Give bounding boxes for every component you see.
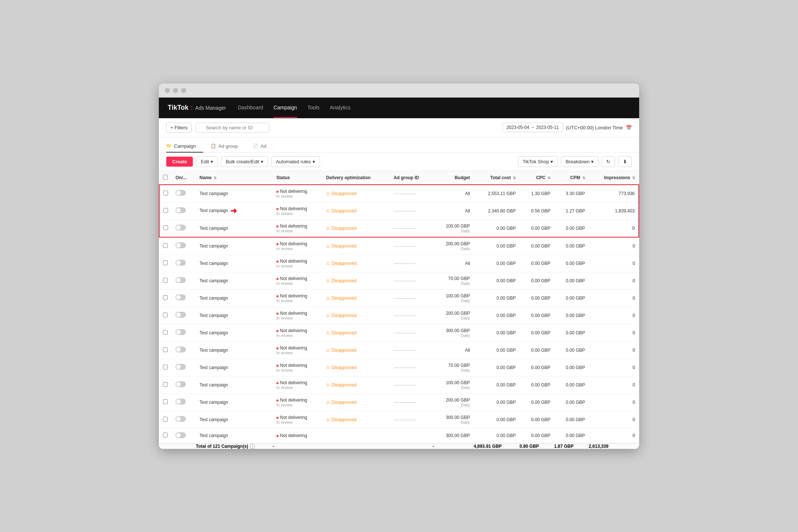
row-delivery: ⚠Disapproved (322, 272, 390, 289)
row-checkbox[interactable] (163, 295, 168, 300)
header-on-off: On/... (172, 171, 196, 185)
row-checkbox[interactable] (163, 399, 168, 404)
row-checkbox[interactable] (163, 347, 168, 352)
row-name: Test campaign (196, 185, 273, 202)
row-toggle[interactable] (175, 312, 186, 318)
row-toggle[interactable] (175, 277, 186, 283)
row-checkbox-cell (159, 428, 172, 443)
row-checkbox[interactable] (163, 260, 168, 265)
bulk-create-button[interactable]: Bulk create/Edit ▾ (221, 156, 268, 167)
row-toggle[interactable] (175, 347, 186, 352)
status-sub-text: In review (276, 281, 319, 286)
calendar-icon[interactable]: 📅 (626, 125, 632, 130)
create-button[interactable]: Create (166, 157, 193, 167)
nav-dashboard[interactable]: Dashboard (238, 98, 263, 118)
row-checkbox[interactable] (163, 433, 168, 437)
header-total-cost[interactable]: Total cost ⇅ (474, 171, 519, 185)
adgroup-icon: 📋 (211, 143, 216, 149)
row-checkbox-cell (159, 219, 172, 237)
row-budget: 300.00 GBPDaily (433, 411, 474, 428)
status-sub-text: In review (276, 385, 319, 390)
row-checkbox[interactable] (163, 278, 168, 283)
row-toggle[interactable] (175, 190, 186, 196)
row-impressions: 0 (589, 255, 639, 272)
row-cpm: 0.00 GBP (554, 428, 589, 443)
refresh-button[interactable]: ↻ (601, 156, 615, 167)
row-cpc: 0.00 GBP (519, 237, 554, 255)
row-toggle[interactable] (175, 225, 186, 231)
row-total-cost: 0.00 GBP (474, 359, 519, 376)
status-dot-icon (276, 295, 279, 297)
budget-sub-text: Daily (436, 368, 470, 372)
budget-sub-text: Daily (436, 246, 470, 251)
row-checkbox[interactable] (163, 382, 168, 387)
status-text: Not delivering (280, 328, 307, 333)
status-text: Not delivering (280, 433, 307, 438)
row-checkbox[interactable] (163, 243, 168, 248)
edit-button[interactable]: Edit ▾ (196, 156, 218, 167)
delivery-text: Disapproved (331, 382, 356, 388)
breadcrumb-adgroup[interactable]: 📋 Ad group (211, 140, 245, 153)
breadcrumb-ad[interactable]: 📄 Ad (253, 140, 274, 153)
tiktok-shop-button[interactable]: TikTok Shop ▾ (518, 156, 558, 167)
row-checkbox[interactable] (163, 208, 168, 213)
row-toggle[interactable] (175, 329, 186, 335)
row-toggle[interactable] (175, 242, 186, 248)
row-budget: All (433, 255, 474, 272)
row-toggle[interactable] (175, 399, 186, 405)
breakdown-button[interactable]: Breakdown ▾ (561, 156, 598, 167)
row-status: Not deliveringIn review (273, 324, 323, 341)
filters-button[interactable]: + Filters (166, 123, 192, 133)
row-toggle[interactable] (175, 381, 186, 387)
download-button[interactable]: ⬇ (618, 156, 632, 167)
row-checkbox[interactable] (163, 365, 168, 369)
delivery-text: Disapproved (331, 243, 356, 249)
row-checkbox[interactable] (163, 225, 168, 230)
header-cpm[interactable]: CPM ⇅ (554, 171, 589, 185)
nav-tools[interactable]: Tools (307, 98, 320, 118)
header-name[interactable]: Name ⇅ (196, 171, 273, 185)
automated-rules-button[interactable]: Automated rules ▾ (271, 156, 320, 167)
date-range[interactable]: 2023-05-04 ~ 2023-05-11 (502, 123, 563, 132)
row-budget: 100.00 GBPDaily (433, 289, 474, 307)
row-toggle-cell (172, 237, 196, 255)
row-toggle-cell (172, 272, 196, 289)
row-name: Test campaign (196, 324, 273, 341)
row-cpc: 0.00 GBP (519, 219, 554, 237)
row-toggle[interactable] (175, 432, 186, 438)
delivery-text: Disapproved (331, 417, 356, 422)
row-toggle[interactable] (175, 207, 186, 213)
table-row: Test campaignNot deliveringIn review⚠Dis… (159, 324, 639, 341)
browser-dot-green (181, 88, 186, 93)
status-dot-icon (276, 382, 279, 384)
row-cpm: 0.00 GBP (554, 219, 589, 237)
tiktok-shop-chevron-icon: ▾ (550, 159, 553, 164)
row-name: Test campaign (196, 359, 273, 376)
row-cpc: 0.00 GBP (519, 307, 554, 324)
table-row: Test campaignNot deliveringIn review⚠Dis… (159, 255, 639, 272)
row-toggle-cell (172, 393, 196, 411)
row-cpm: 0.00 GBP (554, 237, 589, 255)
row-cpm: 1.27 GBP (554, 202, 589, 219)
row-toggle[interactable] (175, 416, 186, 422)
search-input[interactable] (195, 123, 269, 133)
nav-analytics[interactable]: Analytics (330, 98, 351, 118)
status-text: Not delivering (280, 415, 307, 420)
row-toggle[interactable] (175, 364, 186, 370)
row-checkbox[interactable] (163, 191, 168, 195)
bulk-chevron-icon: ▾ (261, 159, 263, 164)
header-cpc[interactable]: CPC ⇅ (519, 171, 554, 185)
row-checkbox[interactable] (163, 330, 168, 335)
select-all-checkbox[interactable] (163, 175, 168, 180)
row-toggle[interactable] (175, 260, 186, 266)
row-checkbox[interactable] (163, 313, 168, 317)
table-row: Test campaignNot deliveringIn review⚠Dis… (159, 341, 639, 359)
header-impressions[interactable]: Impressions ⇅ (589, 171, 639, 185)
nav-campaign[interactable]: Campaign (273, 98, 297, 118)
breadcrumb-campaign[interactable]: 📁 Campaign (166, 140, 203, 153)
budget-main-text: 300.00 GBP (446, 415, 470, 420)
row-status: Not deliveringIn review (273, 411, 323, 428)
status-text: Not delivering (280, 398, 307, 403)
row-toggle[interactable] (175, 294, 186, 300)
row-checkbox[interactable] (163, 417, 168, 422)
